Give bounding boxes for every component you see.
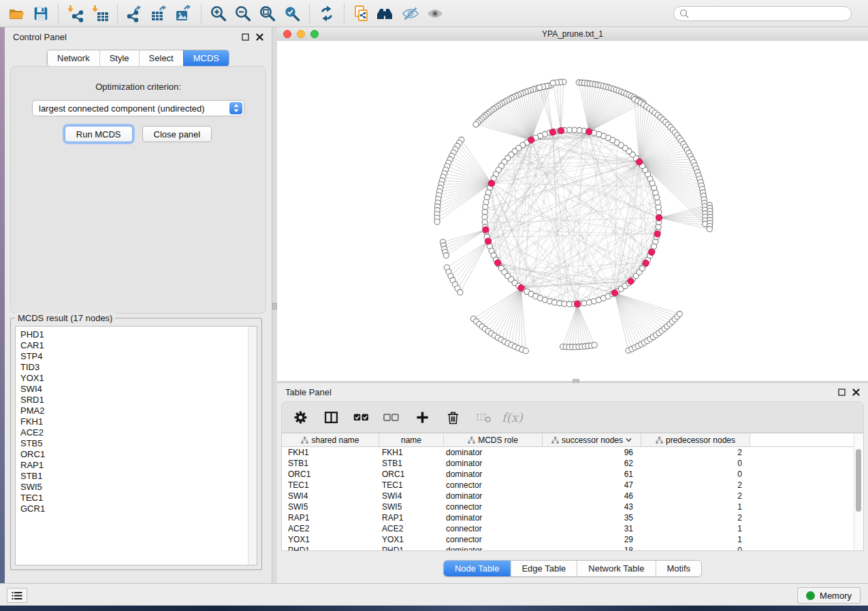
save-session-icon[interactable] [29,3,53,24]
table-row[interactable]: SWI5SWI5connector431 [282,501,863,512]
tab-motifs[interactable]: Motifs [655,561,701,576]
table-row[interactable]: ACE2ACE2connector311 [282,523,863,534]
control-panel-title: Control Panel [13,32,67,42]
tab-style[interactable]: Style [99,50,139,66]
mcds-result-item[interactable]: GCR1 [20,503,257,514]
first-neighbors-icon[interactable] [374,3,398,24]
table-row[interactable]: TEC1TEC1connector472 [282,480,863,491]
mcds-result-item[interactable]: STP4 [20,351,257,362]
task-history-button[interactable] [7,588,27,603]
import-network-icon[interactable] [63,3,88,24]
table-cell: dominator [444,469,543,479]
zoom-selected-icon[interactable] [280,3,304,24]
table-cell: PHD1 [282,546,379,551]
maximize-window-icon[interactable] [310,30,319,38]
mcds-list-scrollbar[interactable] [248,327,257,565]
select-all-icon[interactable] [353,412,369,423]
search-input[interactable] [673,6,852,21]
mcds-result-item[interactable]: SWI4 [20,384,257,395]
settings-gear-icon[interactable] [293,410,308,425]
table-cell: connector [444,480,543,490]
table-cell: PHD1 [379,546,444,551]
hide-graphics-icon[interactable] [398,3,423,24]
table-row[interactable]: ORC1ORC1dominator610 [282,469,863,480]
mcds-result-item[interactable]: CAR1 [20,340,257,351]
mcds-result-listbox[interactable]: PHD1CAR1STP4TID3YOX1SWI4SRD1PMA2FKH1ACE2… [15,326,257,565]
mcds-result-item[interactable]: PMA2 [20,406,257,416]
mcds-result-item[interactable]: TID3 [20,362,257,373]
refresh-view-icon[interactable] [315,3,339,24]
split-panel-icon[interactable] [324,410,338,425]
column-header-label: name [401,435,421,445]
minimize-window-icon[interactable] [297,30,305,38]
table-cell: RAP1 [282,513,379,523]
table-cell: 47 [543,480,641,490]
float-panel-icon[interactable] [838,389,846,396]
zoom-out-icon[interactable] [231,3,255,24]
zoom-in-icon[interactable] [206,3,231,24]
import-table-icon[interactable] [88,3,112,24]
table-row[interactable]: FKH1FKH1dominator962 [282,447,863,458]
delete-column-icon[interactable] [447,410,460,425]
export-image-icon[interactable] [172,3,196,24]
control-panel: Control Panel NetworkStyleSelectMCDS Opt… [5,27,272,583]
open-session-icon[interactable] [4,3,29,24]
table-scrollbar[interactable] [854,433,863,550]
mcds-result-item[interactable]: YOX1 [20,373,257,384]
tab-node-table[interactable]: Node Table [444,561,511,576]
optimization-criterion-value: largest connected component (undirected) [39,103,205,114]
tab-network-table[interactable]: Network Table [577,561,655,576]
mcds-result-item[interactable]: ACE2 [20,427,257,438]
run-mcds-button[interactable]: Run MCDS [65,126,133,142]
table-cell: STB1 [379,459,444,468]
mcds-result-item[interactable]: PHD1 [20,329,257,340]
memory-button[interactable]: Memory [797,587,861,604]
close-panel-icon[interactable] [852,389,860,396]
mcds-result-item[interactable]: SWI5 [20,482,257,493]
column-header-predecessor-nodes[interactable]: predecessor nodes [641,433,750,447]
mcds-result-item[interactable]: RAP1 [20,460,257,471]
delete-table-icon [476,412,492,423]
zoom-fit-icon[interactable] [255,3,280,24]
duplicate-network-icon[interactable] [349,3,374,24]
table-row[interactable]: RAP1RAP1dominator352 [282,512,863,523]
close-panel-button[interactable]: Close panel [142,126,212,142]
table-cell: 96 [543,448,641,457]
tab-network[interactable]: Network [48,50,99,66]
splitter-grip[interactable] [272,303,277,310]
table-cell: 2 [641,513,750,523]
table-scrollbar-thumb[interactable] [856,449,861,512]
mcds-result-item[interactable]: ORC1 [20,449,257,460]
float-panel-icon[interactable] [242,33,249,41]
table-cell: 0 [641,546,750,551]
deselect-all-icon[interactable] [383,412,399,423]
column-header-MCDS-role[interactable]: MCDS role [444,433,543,447]
table-row[interactable]: YOX1YOX1connector291 [282,534,863,545]
tab-mcds[interactable]: MCDS [183,50,229,66]
mcds-result-item[interactable]: FKH1 [20,416,257,427]
tab-select[interactable]: Select [139,50,183,66]
close-panel-icon[interactable] [256,33,263,41]
export-table-icon[interactable] [147,3,172,24]
column-header-name[interactable]: name [379,433,444,447]
add-column-icon[interactable] [416,411,429,424]
close-window-icon[interactable] [283,30,291,38]
tab-edge-table[interactable]: Edge Table [510,561,577,576]
mcds-result-item[interactable]: SRD1 [20,395,257,406]
network-view-titlebar[interactable]: YPA_prune.txt_1 [277,27,868,42]
network-canvas[interactable] [277,41,868,381]
table-row[interactable]: SWI4SWI4dominator462 [282,491,863,501]
export-network-icon[interactable] [123,3,147,24]
table-row[interactable]: STB1STB1dominator620 [282,458,863,469]
vertical-splitter[interactable] [272,27,277,583]
main-toolbar [0,0,868,27]
column-header-shared-name[interactable]: shared name [282,433,379,447]
optimization-criterion-select[interactable]: largest connected component (undirected) [32,100,244,116]
show-graphics-icon[interactable] [423,3,447,24]
mcds-result-item[interactable]: STB5 [20,438,257,449]
mcds-result-item[interactable]: STB1 [20,471,257,482]
mcds-result-item[interactable]: TEC1 [20,493,257,503]
status-bar: Memory [0,583,868,606]
table-row[interactable]: PHD1PHD1dominator180 [282,545,863,551]
column-header-successor-nodes[interactable]: successor nodes [543,433,641,447]
